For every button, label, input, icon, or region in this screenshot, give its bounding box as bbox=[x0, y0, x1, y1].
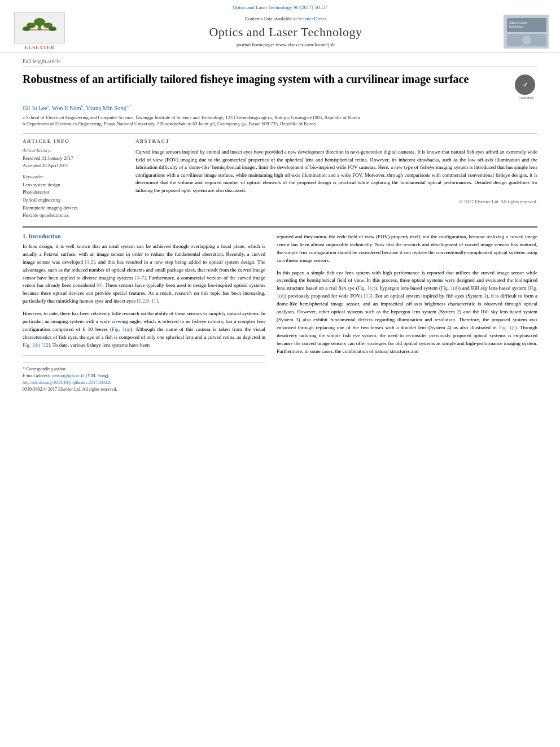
article-footer: * Corresponding author. E-mail address: … bbox=[23, 355, 265, 392]
crossmark-label: CrossMark bbox=[515, 96, 537, 99]
author-1: Gil Ju Lee bbox=[23, 105, 47, 111]
ref-8[interactable]: [8] bbox=[97, 282, 103, 288]
doi-link[interactable]: http://dx.doi.org/10.1016/j.optlastec.20… bbox=[23, 380, 111, 385]
header-center: Contents lists available at ScienceDirec… bbox=[68, 16, 504, 47]
svg-text:✓: ✓ bbox=[523, 81, 528, 88]
keyword-1: Lens system design bbox=[23, 181, 124, 189]
authors-line: Gil Ju Leea, Won Il Namb, Young Min Song… bbox=[23, 104, 537, 111]
affiliations: a School of Electrical Engineering and C… bbox=[23, 115, 537, 128]
article-title: Robustness of an artificially tailored f… bbox=[23, 72, 509, 86]
keyword-5: Flexible optoelectronics bbox=[23, 212, 124, 220]
left-column: 1. Introduction In lens design, it is we… bbox=[23, 233, 265, 394]
keyword-4: Biomimetic imaging devices bbox=[23, 204, 124, 212]
svg-point-5 bbox=[23, 27, 30, 31]
crossmark-icon: ✓ bbox=[515, 75, 535, 95]
keywords-section: Keywords: Lens system design Photodetect… bbox=[23, 174, 124, 220]
article-title-section: Robustness of an artificially tailored f… bbox=[23, 72, 537, 99]
journal-header: Optics and Laser Technology 96 (2017) 50… bbox=[0, 0, 560, 53]
sciencedirect-link[interactable]: ScienceDirect bbox=[298, 16, 326, 21]
elsevier-brand-text: ELSEVIER bbox=[24, 45, 55, 50]
elsevier-tree-svg bbox=[20, 18, 59, 39]
fig-1d-ref[interactable]: Fig. 1(d) bbox=[441, 285, 459, 291]
corresponding-note: * Corresponding author. bbox=[23, 366, 265, 372]
journal-citation: Optics and Laser Technology 96 (2017) 50… bbox=[11, 5, 549, 10]
accepted-date: Accepted 28 April 2017 bbox=[23, 162, 124, 169]
svg-text:Optics & Laser: Optics & Laser bbox=[509, 21, 527, 24]
section-1-heading: 1. Introduction bbox=[23, 233, 265, 239]
main-body: 1. Introduction In lens design, it is we… bbox=[23, 226, 537, 394]
ref-13[interactable]: [13] bbox=[364, 293, 373, 299]
journal-title: Optics and Laser Technology bbox=[68, 25, 504, 40]
abstract-title: ABSTRACT bbox=[135, 138, 537, 144]
svg-point-12 bbox=[522, 36, 531, 45]
article-history: Article history: Received 31 January 201… bbox=[23, 147, 124, 169]
article-info-title: ARTICLE INFO bbox=[23, 138, 124, 144]
keyword-2: Photodetector bbox=[23, 189, 124, 196]
fig-1e-ref[interactable]: Fig. 1(e) bbox=[277, 285, 537, 299]
intro-para-2: However, to date, there has been relativ… bbox=[23, 310, 265, 350]
ref-1-2-9-11[interactable]: [1,2,9–11] bbox=[137, 298, 158, 304]
fig-1b-ref[interactable]: Fig. 1(b) bbox=[23, 342, 41, 348]
article-content: Full length article Robustness of an art… bbox=[0, 53, 560, 399]
footer-divider bbox=[23, 362, 265, 363]
journal-thumb-image: Optics & Laser Technology bbox=[504, 15, 548, 48]
author-2: Won Il Nam bbox=[52, 105, 81, 111]
fig-1f-ref[interactable]: Fig. 1(f) bbox=[499, 325, 517, 330]
keyword-3: Optical engineering bbox=[23, 196, 124, 204]
author-3: Young Min Song bbox=[86, 105, 126, 111]
journal-thumbnail: Optics & Laser Technology bbox=[504, 15, 549, 49]
email-link[interactable]: ymson@gist.ac.kr bbox=[52, 373, 85, 378]
elsevier-logo: ELSEVIER bbox=[11, 12, 68, 50]
issn-line: 0030-3992/© 2017 Elsevier Ltd. All right… bbox=[23, 387, 265, 392]
doi-line: http://dx.doi.org/10.1016/j.optlastec.20… bbox=[23, 380, 265, 385]
sciencedirect-line: Contents lists available at ScienceDirec… bbox=[68, 16, 504, 21]
fig-1c-ref[interactable]: Fig. 1(c) bbox=[358, 285, 375, 291]
history-label: Article history: bbox=[23, 147, 124, 153]
ref-3-7[interactable]: [3–7] bbox=[135, 275, 146, 281]
right-column: reported and they mimic the wide field o… bbox=[277, 233, 537, 394]
right-para-1: reported and they mimic the wide field o… bbox=[277, 233, 537, 265]
affiliation-b: b Department of Electronics Engineering,… bbox=[23, 121, 537, 128]
ref-1-2[interactable]: [1,2] bbox=[85, 259, 95, 265]
right-para-2: In this paper, a simple fish eye lens sy… bbox=[277, 269, 537, 356]
journal-homepage: journal homepage: www.elsevier.com/locat… bbox=[68, 42, 504, 47]
article-type: Full length article bbox=[23, 59, 537, 67]
email-line: E-mail address: ymson@gist.ac.kr (Y.M. S… bbox=[23, 373, 265, 378]
article-info-column: ARTICLE INFO Article history: Received 3… bbox=[23, 138, 124, 219]
copyright: © 2017 Elsevier Ltd. All rights reserved… bbox=[135, 199, 537, 204]
info-abstract-section: ARTICLE INFO Article history: Received 3… bbox=[23, 133, 537, 219]
abstract-text: Curved image sensors inspired by animal … bbox=[135, 148, 537, 194]
affiliation-a: a School of Electrical Engineering and C… bbox=[23, 115, 537, 121]
svg-text:Technology: Technology bbox=[509, 25, 523, 28]
received-date: Received 31 January 2017 bbox=[23, 155, 124, 162]
intro-para-1: In lens design, it is well known that an… bbox=[23, 243, 265, 306]
ref-12[interactable]: [12] bbox=[42, 342, 50, 348]
fig-1a-ref[interactable]: Fig. 1(a) bbox=[112, 326, 130, 332]
issn-text: 0030-3992/© 2017 Elsevier Ltd. All right… bbox=[23, 387, 117, 392]
journal-cover-svg: Optics & Laser Technology bbox=[504, 15, 549, 49]
svg-point-2 bbox=[34, 18, 45, 26]
keywords-label: Keywords: bbox=[23, 174, 124, 180]
elsevier-logo-box bbox=[14, 12, 65, 43]
crossmark: ✓ CrossMark bbox=[515, 75, 537, 99]
abstract-section: ABSTRACT Curved image sensors inspired b… bbox=[135, 138, 537, 219]
svg-point-6 bbox=[49, 27, 56, 31]
